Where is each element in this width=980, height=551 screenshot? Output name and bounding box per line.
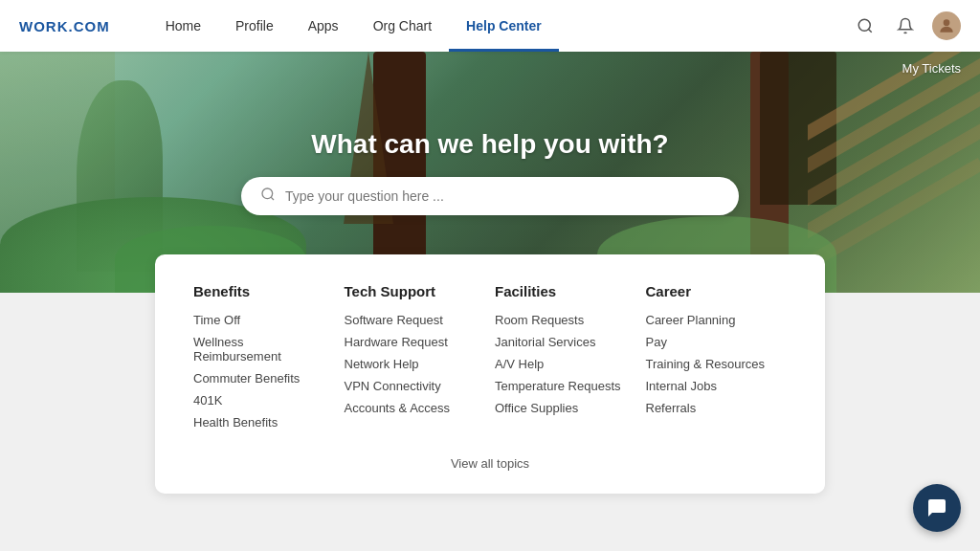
topic-list-techsupport: Software Request Hardware Request Networ… xyxy=(345,313,486,415)
list-item[interactable]: Referrals xyxy=(646,401,788,415)
search-icon[interactable] xyxy=(852,12,879,39)
notification-icon[interactable] xyxy=(892,12,919,39)
list-item[interactable]: A/V Help xyxy=(495,357,636,371)
avatar[interactable] xyxy=(932,11,961,40)
topic-col-techsupport: Tech Support Software Request Hardware R… xyxy=(345,283,486,437)
topic-col-facilities: Facilities Room Requests Janitorial Serv… xyxy=(495,283,636,437)
list-item[interactable]: 401K xyxy=(193,393,335,408)
list-item[interactable]: Temperature Requests xyxy=(495,379,636,393)
list-item[interactable]: Commuter Benefits xyxy=(193,371,335,386)
topic-col-benefits: Benefits Time Off Wellness Reimbursement… xyxy=(193,283,335,437)
logo[interactable]: WORK.COM xyxy=(19,18,110,34)
list-item[interactable]: VPN Connectivity xyxy=(345,379,486,393)
main-content: Benefits Time Off Wellness Reimbursement… xyxy=(0,293,980,551)
list-item[interactable]: Career Planning xyxy=(646,313,788,327)
svg-point-2 xyxy=(944,19,950,26)
topic-col-career: Career Career Planning Pay Training & Re… xyxy=(646,283,788,437)
topics-grid: Benefits Time Off Wellness Reimbursement… xyxy=(193,283,787,437)
navbar: WORK.COM Home Profile Apps Org Chart Hel… xyxy=(0,0,980,52)
chat-icon xyxy=(925,496,948,519)
nav-home[interactable]: Home xyxy=(148,0,218,52)
topic-list-career: Career Planning Pay Training & Resources… xyxy=(646,313,788,415)
list-item[interactable]: Room Requests xyxy=(495,313,636,327)
svg-point-3 xyxy=(262,188,273,199)
topic-heading-techsupport: Tech Support xyxy=(345,283,486,299)
list-item[interactable]: Health Benefits xyxy=(193,415,335,430)
svg-point-0 xyxy=(858,19,870,31)
list-item[interactable]: Software Request xyxy=(345,313,486,327)
list-item[interactable]: Wellness Reimbursement xyxy=(193,335,335,364)
search-bar xyxy=(241,177,739,215)
view-all-link[interactable]: View all topics xyxy=(193,456,787,471)
topic-list-facilities: Room Requests Janitorial Services A/V He… xyxy=(495,313,636,415)
topic-heading-career: Career xyxy=(646,283,788,299)
search-input[interactable] xyxy=(285,188,720,204)
list-item[interactable]: Internal Jobs xyxy=(646,379,788,393)
hero-title: What can we help you with? xyxy=(311,129,668,160)
nav-apps[interactable]: Apps xyxy=(291,0,356,52)
list-item[interactable]: Pay xyxy=(646,335,788,349)
nav-helpcenter[interactable]: Help Center xyxy=(449,0,559,52)
topic-list-benefits: Time Off Wellness Reimbursement Commuter… xyxy=(193,313,335,430)
search-bar-icon xyxy=(260,187,276,206)
list-item[interactable]: Time Off xyxy=(193,313,335,327)
nav-orgchart[interactable]: Org Chart xyxy=(356,0,449,52)
topics-card: Benefits Time Off Wellness Reimbursement… xyxy=(155,254,825,494)
nav-right xyxy=(852,11,961,40)
list-item[interactable]: Janitorial Services xyxy=(495,335,636,349)
list-item[interactable]: Accounts & Access xyxy=(345,401,486,415)
list-item[interactable]: Training & Resources xyxy=(646,357,788,371)
topic-heading-benefits: Benefits xyxy=(193,283,335,299)
list-item[interactable]: Network Help xyxy=(345,357,486,371)
topic-heading-facilities: Facilities xyxy=(495,283,636,299)
svg-line-1 xyxy=(868,29,871,32)
svg-line-4 xyxy=(271,197,274,200)
list-item[interactable]: Office Supplies xyxy=(495,401,636,415)
list-item[interactable]: Hardware Request xyxy=(345,335,486,349)
my-tickets-link[interactable]: My Tickets xyxy=(902,61,961,76)
nav-profile[interactable]: Profile xyxy=(218,0,291,52)
chat-button[interactable] xyxy=(913,484,961,532)
nav-links: Home Profile Apps Org Chart Help Center xyxy=(148,0,852,52)
